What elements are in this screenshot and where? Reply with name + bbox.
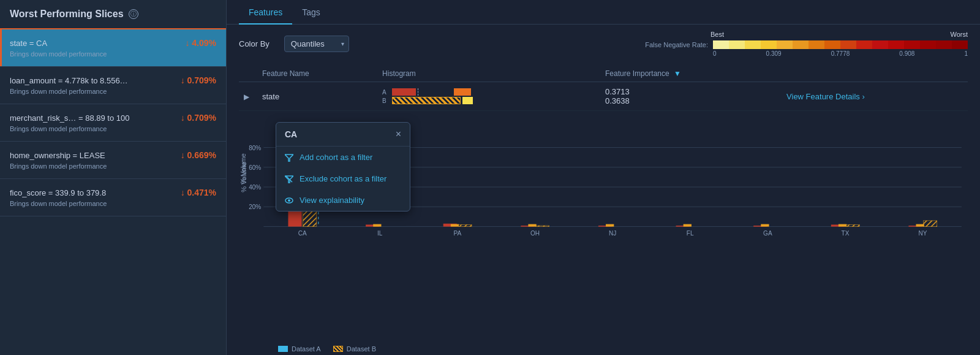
sidebar-item-fico-score[interactable]: fico_score = 339.9 to 379.8 ↓ 0.471% Bri… xyxy=(0,179,226,216)
svg-rect-35 xyxy=(684,224,692,227)
slice-item-row: state = CA ↓ 4.09% xyxy=(10,38,216,48)
main-content: Features Tags Color By Quantiles Continu… xyxy=(227,0,980,355)
sidebar-item-state-ca[interactable]: state = CA ↓ 4.09% Brings down model per… xyxy=(0,29,226,67)
svg-rect-46 xyxy=(916,224,924,227)
svg-rect-38 xyxy=(761,224,769,227)
svg-text:40%: 40% xyxy=(249,184,261,191)
slice-item-row: merchant_risk_s… = 88.89 to 100 ↓ 0.709% xyxy=(10,113,216,123)
svg-rect-44 xyxy=(924,221,937,227)
action-cell: View Feature Details › xyxy=(782,82,968,111)
popup-view-explainability[interactable]: View explainability xyxy=(276,189,410,211)
svg-text:OH: OH xyxy=(530,230,540,237)
active-bar xyxy=(0,29,2,66)
sidebar-item-home-ownership[interactable]: home_ownership = LEASE ↓ 0.669% Brings d… xyxy=(0,142,226,179)
legend-swatch-b xyxy=(333,346,343,352)
importance-a: 0.3713 xyxy=(605,87,777,96)
svg-rect-29 xyxy=(528,224,536,227)
color-scale-ticks: 00.3090.77780.9081 xyxy=(713,50,968,57)
color-scale-cell xyxy=(745,40,761,49)
eye-icon xyxy=(285,196,293,205)
hist-bar-a xyxy=(392,88,478,96)
hist-bar-b xyxy=(392,97,478,104)
svg-rect-21 xyxy=(373,224,381,227)
table-row: ▶ state A xyxy=(239,82,968,111)
svg-text:NJ: NJ xyxy=(609,230,616,237)
col-histogram: Histogram xyxy=(377,66,600,82)
hist-label-a: A xyxy=(382,89,390,96)
slice-name: fico_score = 339.9 to 379.8 xyxy=(10,188,106,197)
filter-icon xyxy=(285,153,293,162)
color-scale-cell xyxy=(952,40,968,49)
legend-dataset-a: Dataset A xyxy=(278,345,321,353)
y-axis-label: % Volume xyxy=(239,153,247,184)
slice-desc: Brings down model performance xyxy=(10,88,216,95)
slice-desc: Brings down model performance xyxy=(10,125,216,132)
slice-list: state = CA ↓ 4.09% Brings down model per… xyxy=(0,29,226,216)
view-feature-details-link[interactable]: View Feature Details › xyxy=(786,92,963,101)
svg-text:60%: 60% xyxy=(249,164,261,171)
chart-legend-bottom: Dataset A Dataset B xyxy=(258,345,376,353)
svg-text:GA: GA xyxy=(763,230,772,237)
svg-text:FL: FL xyxy=(687,230,694,237)
popup-close-button[interactable]: × xyxy=(396,129,401,140)
tick-label: 1 xyxy=(964,50,968,57)
histogram-mini: A B xyxy=(382,88,595,104)
color-scale-cell xyxy=(872,40,888,49)
col-expand xyxy=(239,66,257,82)
slice-value: ↓ 0.709% xyxy=(181,113,216,123)
slice-item-row: fico_score = 339.9 to 379.8 ↓ 0.471% xyxy=(10,188,216,197)
svg-text:NY: NY xyxy=(919,230,927,237)
popup-explainability-label: View explainability xyxy=(300,196,364,205)
svg-text:PA: PA xyxy=(454,230,462,237)
sort-icon: ▼ xyxy=(674,69,681,78)
svg-rect-23 xyxy=(458,224,472,226)
sidebar-title: Worst Performing Slices xyxy=(10,9,124,20)
legend-fnr-label: False Negative Rate: xyxy=(645,41,708,48)
filter-exclude-icon xyxy=(285,175,293,183)
hist-label-b: B xyxy=(382,97,390,104)
info-icon[interactable]: ⓘ xyxy=(129,9,138,19)
sidebar-item-merchant-risk[interactable]: merchant_risk_s… = 88.89 to 100 ↓ 0.709%… xyxy=(0,104,226,142)
slice-name: loan_amount = 4.778k to 8.556… xyxy=(10,76,128,85)
context-popup: CA × Add cohort as a filter Exclude coho… xyxy=(276,122,410,212)
slice-name: state = CA xyxy=(10,39,47,48)
col-feature-importance[interactable]: Feature Importance ▼ xyxy=(600,66,782,82)
feature-name-cell: state xyxy=(257,82,377,111)
color-scale-cell xyxy=(809,40,824,49)
color-scale-cell xyxy=(904,40,920,49)
color-scale-bar xyxy=(713,40,968,49)
popup-title: CA xyxy=(285,129,297,139)
svg-line-2 xyxy=(286,176,292,182)
color-scale-cell xyxy=(713,40,729,49)
tick-label: 0 xyxy=(713,50,717,57)
sidebar-item-loan-amount[interactable]: loan_amount = 4.778k to 8.556… ↓ 0.709% … xyxy=(0,67,226,104)
slice-value: ↓ 0.669% xyxy=(181,150,216,160)
sidebar: Worst Performing Slices ⓘ state = CA ↓ 4… xyxy=(0,0,227,355)
legend-extremes: Best Worst False Negative Rate: 00.3090.… xyxy=(644,31,968,57)
slice-desc: Brings down model performance xyxy=(10,50,216,58)
popup-exclude-cohort[interactable]: Exclude cohort as a filter xyxy=(276,168,410,189)
svg-rect-42 xyxy=(839,224,846,227)
slice-item-row: home_ownership = LEASE ↓ 0.669% xyxy=(10,150,216,160)
expand-button[interactable]: ▶ xyxy=(244,93,249,101)
slice-value: ↓ 4.09% xyxy=(185,38,216,48)
popup-exclude-cohort-label: Exclude cohort as a filter xyxy=(300,174,386,183)
svg-text:IL: IL xyxy=(377,230,383,237)
legend-b-label: Dataset B xyxy=(347,345,376,353)
tab-features[interactable]: Features xyxy=(239,0,292,25)
color-scale-cell xyxy=(761,40,777,49)
popup-add-cohort[interactable]: Add cohort as a filter xyxy=(276,147,410,168)
color-by-select-wrapper: Quantiles Continuous Diverging ▾ xyxy=(284,36,349,52)
color-scale-cell xyxy=(793,40,809,49)
color-scale-cell xyxy=(824,40,840,49)
slice-value: ↓ 0.471% xyxy=(181,188,216,197)
col-action xyxy=(782,66,968,82)
svg-text:20%: 20% xyxy=(249,204,261,210)
color-scale-cell xyxy=(777,40,793,49)
tab-tags[interactable]: Tags xyxy=(292,0,330,25)
color-scale-cell xyxy=(840,40,856,49)
tabs-row: Features Tags xyxy=(227,0,980,25)
legend-a-label: Dataset A xyxy=(292,345,321,353)
color-by-select[interactable]: Quantiles Continuous Diverging xyxy=(284,36,349,52)
svg-rect-25 xyxy=(451,224,459,227)
